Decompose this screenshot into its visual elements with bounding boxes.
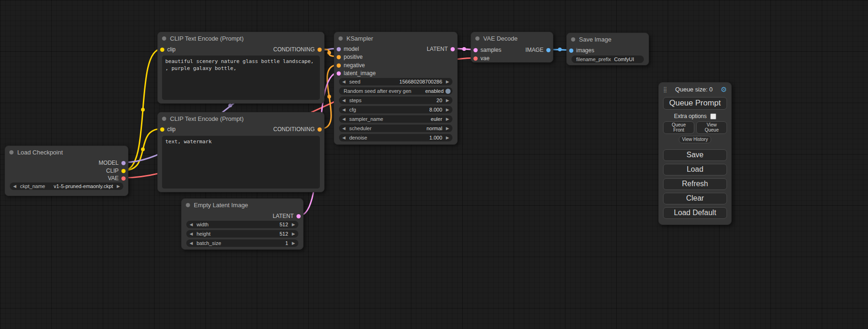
random-seed-toggle-widget[interactable]: Random seed after every gen enabled xyxy=(339,87,452,95)
input-slot-positive: positive xyxy=(334,53,457,61)
queue-prompt-button[interactable]: Queue Prompt xyxy=(663,97,727,110)
scheduler-widget[interactable]: ◀ scheduler normal ▶ xyxy=(339,125,452,132)
decrement-arrow-icon[interactable]: ◀ xyxy=(342,126,346,131)
increment-arrow-icon[interactable]: ▶ xyxy=(446,117,449,121)
filename-prefix-widget[interactable]: filename_prefix ComfyUI xyxy=(572,56,644,63)
collapse-dot-icon[interactable] xyxy=(475,36,480,41)
load-button[interactable]: Load xyxy=(663,164,727,175)
decrement-arrow-icon[interactable]: ◀ xyxy=(342,108,346,112)
ckpt-name-widget[interactable]: ◀ ckpt_name v1-5-pruned-emaonly.ckpt ▶ xyxy=(10,182,123,190)
extra-options-checkbox[interactable] xyxy=(710,113,716,119)
node-titlebar[interactable]: Save Image xyxy=(567,33,649,45)
node-load-checkpoint[interactable]: Load Checkpoint MODEL CLIP VAE ◀ ckpt_na… xyxy=(5,146,128,196)
latent-output-port[interactable] xyxy=(296,214,301,218)
slot-label: negative xyxy=(344,62,365,69)
node-vae-decode[interactable]: VAE Decode samples IMAGE vae xyxy=(471,32,553,63)
seed-widget[interactable]: ◀ seed 156680208700286 ▶ xyxy=(339,78,452,85)
input-slot-images: images xyxy=(567,47,649,54)
drag-handle-icon[interactable]: ⣿ xyxy=(663,86,667,93)
images-input-port[interactable] xyxy=(569,49,573,53)
link-midpoint-dot xyxy=(327,95,331,98)
settings-gear-icon[interactable]: ⚙ xyxy=(721,86,727,93)
node-title: Save Image xyxy=(579,36,611,43)
node-save-image[interactable]: Save Image images filename_prefix ComfyU… xyxy=(566,33,649,65)
node-empty-latent-image[interactable]: Empty Latent Image LATENT ◀ width 512 ▶ … xyxy=(181,198,303,250)
queue-front-button[interactable]: Queue Front xyxy=(663,121,694,134)
link-midpoint-dot xyxy=(558,48,562,51)
view-history-button[interactable]: View History xyxy=(679,136,711,143)
decrement-arrow-icon[interactable]: ◀ xyxy=(190,241,193,245)
positive-input-port[interactable] xyxy=(337,55,341,59)
toggle-knob[interactable] xyxy=(445,89,451,94)
latent-image-input-port[interactable] xyxy=(337,71,341,76)
increment-arrow-icon[interactable]: ▶ xyxy=(117,184,120,189)
link-clip-to-negative-encode xyxy=(124,129,162,170)
clip-output-port[interactable] xyxy=(121,169,126,173)
decrement-arrow-icon[interactable]: ◀ xyxy=(342,136,346,140)
increment-arrow-icon[interactable]: ▶ xyxy=(446,126,449,131)
output-slot-model: MODEL xyxy=(5,159,128,167)
node-title: VAE Decode xyxy=(483,35,517,42)
model-output-port[interactable] xyxy=(121,161,126,165)
decrement-arrow-icon[interactable]: ◀ xyxy=(190,223,193,227)
node-clip-text-encode-positive[interactable]: CLIP Text Encode (Prompt) clip CONDITION… xyxy=(157,32,325,104)
slot-label: MODEL xyxy=(99,160,119,166)
sampler-name-widget[interactable]: ◀ sampler_name euler ▶ xyxy=(339,115,452,123)
load-default-button[interactable]: Load Default xyxy=(663,207,727,219)
conditioning-output-port[interactable] xyxy=(318,127,322,132)
increment-arrow-icon[interactable]: ▶ xyxy=(446,98,449,103)
decrement-arrow-icon[interactable]: ◀ xyxy=(342,98,346,103)
collapse-dot-icon[interactable] xyxy=(571,37,575,42)
node-titlebar[interactable]: CLIP Text Encode (Prompt) xyxy=(158,112,324,125)
cfg-widget[interactable]: ◀ cfg 8.000 ▶ xyxy=(339,106,452,113)
steps-widget[interactable]: ◀ steps 20 ▶ xyxy=(339,97,452,104)
output-slot-clip: CLIP xyxy=(5,167,128,175)
conditioning-output-port[interactable] xyxy=(318,48,322,52)
graph-canvas[interactable]: { "icons": { "left_arrow": "◀", "right_a… xyxy=(0,0,868,329)
collapse-dot-icon[interactable] xyxy=(339,36,343,41)
collapse-dot-icon[interactable] xyxy=(162,36,166,41)
negative-prompt-text[interactable]: text, watermark xyxy=(162,136,320,189)
node-titlebar[interactable]: KSampler xyxy=(334,32,457,44)
save-button[interactable]: Save xyxy=(663,149,727,161)
height-widget[interactable]: ◀ height 512 ▶ xyxy=(186,230,298,238)
widget-name: Random seed after every gen xyxy=(344,88,411,94)
vae-input-port[interactable] xyxy=(473,56,478,61)
node-clip-text-encode-negative[interactable]: CLIP Text Encode (Prompt) clip CONDITION… xyxy=(157,112,325,192)
increment-arrow-icon[interactable]: ▶ xyxy=(292,232,295,236)
output-slot-image: IMAGE xyxy=(471,46,553,54)
slot-label: images xyxy=(576,47,594,54)
node-ksampler[interactable]: KSampler model LATENT positive negative … xyxy=(334,32,458,145)
denoise-widget[interactable]: ◀ denoise 1.000 ▶ xyxy=(339,134,452,141)
width-widget[interactable]: ◀ width 512 ▶ xyxy=(186,221,298,228)
increment-arrow-icon[interactable]: ▶ xyxy=(446,136,449,140)
increment-arrow-icon[interactable]: ▶ xyxy=(446,80,449,84)
batch-size-widget[interactable]: ◀ batch_size 1 ▶ xyxy=(186,239,298,247)
positive-prompt-text[interactable]: beautiful scenery nature glass bottle la… xyxy=(162,56,320,100)
increment-arrow-icon[interactable]: ▶ xyxy=(446,108,449,112)
decrement-arrow-icon[interactable]: ◀ xyxy=(342,117,346,121)
increment-arrow-icon[interactable]: ▶ xyxy=(292,241,295,245)
collapse-dot-icon[interactable] xyxy=(162,117,166,121)
collapse-dot-icon[interactable] xyxy=(186,203,190,207)
node-titlebar[interactable]: Load Checkpoint xyxy=(5,146,128,158)
increment-arrow-icon[interactable]: ▶ xyxy=(292,223,295,227)
view-queue-button[interactable]: View Queue xyxy=(696,121,727,134)
latent-output-port[interactable] xyxy=(451,47,455,51)
negative-input-port[interactable] xyxy=(337,63,341,68)
widget-name: steps xyxy=(349,98,361,103)
image-output-port[interactable] xyxy=(546,48,550,52)
widget-name: sampler_name xyxy=(349,116,383,122)
widget-value: 1 xyxy=(285,240,288,246)
node-titlebar[interactable]: VAE Decode xyxy=(471,32,553,44)
vae-output-port[interactable] xyxy=(121,176,126,181)
decrement-arrow-icon[interactable]: ◀ xyxy=(13,184,16,189)
decrement-arrow-icon[interactable]: ◀ xyxy=(190,232,193,236)
collapse-dot-icon[interactable] xyxy=(9,150,14,154)
refresh-button[interactable]: Refresh xyxy=(663,178,727,190)
node-titlebar[interactable]: CLIP Text Encode (Prompt) xyxy=(158,32,324,44)
decrement-arrow-icon[interactable]: ◀ xyxy=(342,80,346,84)
output-slot-conditioning: CONDITIONING xyxy=(158,46,324,53)
node-titlebar[interactable]: Empty Latent Image xyxy=(182,199,303,211)
clear-button[interactable]: Clear xyxy=(663,193,727,204)
